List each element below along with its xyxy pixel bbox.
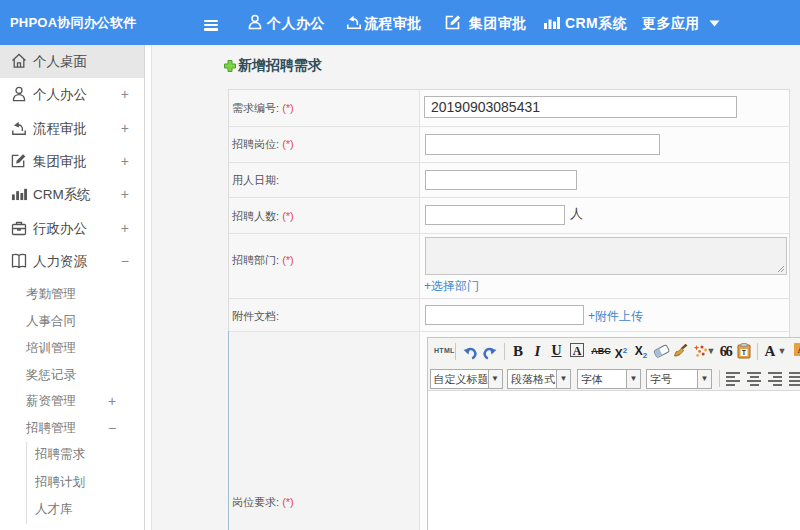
svg-text:T: T xyxy=(742,349,747,356)
